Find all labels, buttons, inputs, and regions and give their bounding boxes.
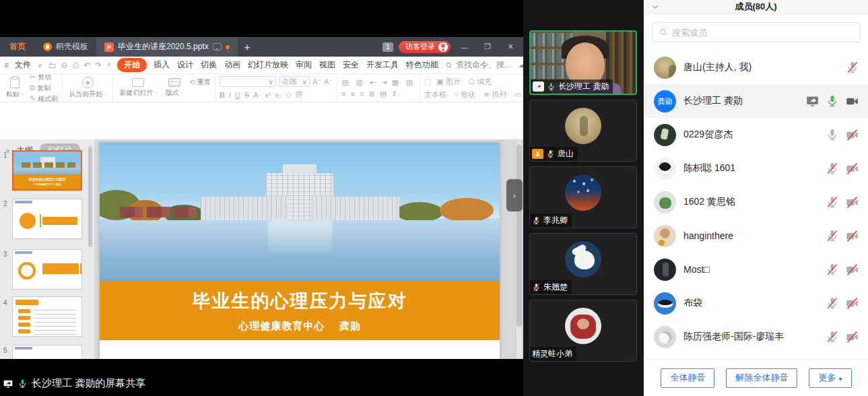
italic-button[interactable]: I bbox=[229, 91, 231, 99]
menu-file[interactable]: 文件 bbox=[14, 58, 32, 72]
select-box-icon[interactable]: ⬚ bbox=[424, 77, 431, 86]
menu-home[interactable]: 开始 bbox=[117, 58, 147, 72]
camera-off-icon[interactable] bbox=[845, 162, 859, 176]
shape-button[interactable]: ○ 形状· bbox=[455, 90, 478, 100]
quick-access-toolbar[interactable]: 🗀 ⊖ ⎙ ↶ ↷ ∨ bbox=[48, 61, 111, 70]
menu-insert[interactable]: 插入 bbox=[153, 58, 170, 72]
highlight-button[interactable]: ◇ bbox=[286, 90, 291, 99]
menu-security[interactable]: 安全 bbox=[342, 58, 360, 72]
camera-off-icon[interactable] bbox=[845, 330, 859, 344]
new-tab-button[interactable]: + bbox=[238, 37, 257, 57]
panel-scrollbar[interactable] bbox=[88, 146, 92, 247]
video-tile-jinglingwa[interactable]: 精灵蛙小弟 bbox=[529, 300, 637, 362]
mic-muted-icon[interactable] bbox=[826, 263, 839, 276]
chevron-down-icon[interactable] bbox=[650, 2, 660, 11]
unmute-all-button[interactable]: 解除全体静音 bbox=[726, 368, 797, 388]
restore-button[interactable] bbox=[479, 42, 496, 51]
pinyin-button[interactable]: 拼 bbox=[296, 90, 303, 100]
align-left-icon[interactable]: ≡ bbox=[341, 90, 345, 98]
save-icon[interactable]: 🗀 bbox=[48, 61, 57, 70]
mic-muted-icon[interactable] bbox=[826, 162, 839, 175]
strikethrough-button[interactable]: S bbox=[244, 91, 249, 99]
mic-muted-icon[interactable] bbox=[826, 229, 839, 242]
numbering-icon[interactable]: ▥· bbox=[356, 78, 365, 87]
fill-button[interactable]: ⬠ 填充· bbox=[468, 77, 494, 87]
mute-all-button[interactable]: 全体静音 bbox=[661, 368, 714, 388]
textbox-button[interactable]: 文本框· bbox=[424, 90, 449, 100]
align-right-icon[interactable]: ≡ bbox=[360, 90, 364, 98]
menu-features[interactable]: 特色功能 bbox=[405, 58, 439, 72]
screen-sharing-icon[interactable] bbox=[805, 94, 820, 108]
slide-thumbnail-5[interactable] bbox=[12, 345, 82, 359]
member-row-chenzhicong[interactable]: 陈枳聪 1601 bbox=[644, 152, 868, 185]
member-row-heyanjie[interactable]: 0229贺彦杰 bbox=[644, 118, 868, 152]
collapse-video-strip-handle[interactable] bbox=[506, 179, 523, 211]
close-button[interactable] bbox=[502, 42, 519, 51]
outline-button[interactable]: ▭ 轮廓· bbox=[514, 90, 523, 100]
camera-off-icon[interactable] bbox=[845, 296, 859, 310]
output-icon[interactable]: ⊖ bbox=[61, 61, 68, 70]
slide-thumbnail-1[interactable]: 毕业生的心理压力与应对 心理健康教育中心 龚勋 bbox=[12, 150, 82, 191]
redo-icon[interactable]: ↷ bbox=[95, 61, 102, 70]
member-row-hanginthere[interactable]: hanginthere bbox=[644, 219, 868, 253]
mic-on-icon[interactable] bbox=[826, 94, 839, 108]
member-row-tangshan[interactable]: 唐山(主持人, 我) bbox=[644, 51, 868, 84]
cloud-sync-status[interactable]: ☁ 未同步 · bbox=[519, 59, 523, 71]
layout-button[interactable]: 版式 · bbox=[164, 78, 185, 98]
menu-view[interactable]: 视图 bbox=[319, 58, 336, 72]
font-decrease-icon[interactable]: A⁻ bbox=[324, 77, 333, 86]
menu-slideshow[interactable]: 幻灯片放映 bbox=[247, 58, 289, 72]
font-family-combobox[interactable]: ∨ bbox=[220, 76, 276, 87]
indent-decrease-icon[interactable]: ⇤ bbox=[370, 78, 376, 87]
wps-home-tab[interactable]: 首页 bbox=[0, 37, 35, 57]
camera-off-icon[interactable] bbox=[845, 195, 859, 209]
slide-thumbnail-4[interactable] bbox=[12, 296, 82, 337]
mic-muted-icon[interactable] bbox=[826, 296, 839, 310]
menu-design[interactable]: 设计 bbox=[176, 58, 194, 72]
subscript-button[interactable]: x₂ bbox=[275, 91, 281, 99]
member-row-huangsiming[interactable]: 1602 黄思铭 bbox=[644, 185, 868, 219]
member-row-most[interactable]: Most□ bbox=[644, 253, 868, 286]
indent-increase-icon[interactable]: ⇥ bbox=[381, 78, 387, 87]
underline-button[interactable]: U bbox=[235, 91, 240, 99]
menu-transition[interactable]: 切换 bbox=[200, 58, 218, 72]
hamburger-icon[interactable]: ≡ bbox=[4, 61, 8, 70]
video-tile-zhuqiaochu[interactable]: 朱翘楚 bbox=[529, 233, 637, 295]
command-search[interactable]: 查找命令、搜... bbox=[445, 59, 511, 71]
play-from-current-button[interactable]: ▶ 从当前开始 · bbox=[67, 77, 108, 99]
menu-devtools[interactable]: 开发工具 bbox=[366, 58, 399, 72]
minimize-button[interactable] bbox=[456, 43, 473, 51]
menu-review[interactable]: 审阅 bbox=[295, 58, 312, 72]
format-painter-button[interactable]: ✎格式刷 bbox=[30, 94, 58, 103]
mic-muted-icon[interactable] bbox=[826, 330, 839, 343]
text-direction-icon[interactable]: ⇕· bbox=[391, 90, 400, 98]
camera-off-icon[interactable] bbox=[845, 128, 859, 142]
distribute-icon[interactable]: ▤ bbox=[380, 90, 387, 98]
wps-document-tab[interactable]: P 毕业生的讲座2020.5.pptx bbox=[96, 37, 238, 57]
more-button[interactable]: 更多 bbox=[809, 368, 851, 388]
video-tile-lizhaoqing[interactable]: 李兆卿 bbox=[529, 166, 637, 228]
print-preview-icon[interactable]: ⎙ bbox=[73, 61, 79, 70]
camera-off-icon[interactable] bbox=[845, 263, 859, 277]
video-tile-speaker[interactable]: 长沙理工 龚勋 bbox=[529, 30, 637, 95]
font-increase-icon[interactable]: A⁺ bbox=[312, 77, 321, 86]
arrange-button[interactable]: ≋ 排列· bbox=[483, 90, 509, 100]
bullets-icon[interactable]: ▤· bbox=[341, 78, 351, 87]
paste-button[interactable]: 粘贴 · bbox=[4, 77, 26, 99]
copy-button[interactable]: ⧉复制 bbox=[30, 84, 58, 93]
member-row-gongxun[interactable]: 龚勋 长沙理工 龚勋 bbox=[644, 84, 868, 118]
char-spacing-combobox[interactable]: -0.05∨ bbox=[279, 76, 310, 87]
mic-icon[interactable] bbox=[826, 128, 839, 141]
undo-icon[interactable]: ↶ bbox=[84, 61, 90, 70]
picture-button[interactable]: ▣ 图片· bbox=[436, 77, 463, 87]
wps-docer-tab[interactable]: 稻壳模板 bbox=[35, 37, 96, 57]
camera-off-icon[interactable] bbox=[845, 229, 859, 243]
justify-icon[interactable]: ≣ bbox=[368, 90, 374, 98]
slide-canvas[interactable]: 毕业生的心理压力与应对 心理健康教育中心 龚勋 bbox=[100, 143, 500, 359]
align-center-icon[interactable]: ≡ bbox=[351, 90, 355, 98]
reset-button[interactable]: ⟲重置 bbox=[189, 77, 211, 87]
slide-thumbnail-3[interactable] bbox=[12, 249, 82, 290]
member-search-input[interactable] bbox=[672, 28, 840, 38]
superscript-button[interactable]: x² bbox=[265, 91, 271, 99]
video-tile-tangshan[interactable]: 唐山 bbox=[529, 100, 637, 162]
